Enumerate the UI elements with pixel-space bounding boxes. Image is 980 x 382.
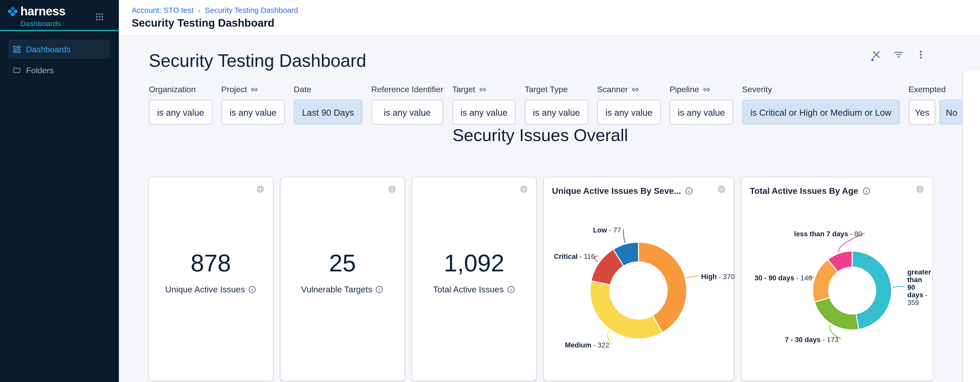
link-icon — [632, 86, 640, 93]
exempted-options: YesNo — [908, 100, 964, 125]
breadcrumb: Account: STO test›Security Testing Dashb… — [132, 6, 980, 14]
slice-label-greater-than-90-days-line2: 90 — [907, 284, 915, 292]
breadcrumb-link-1[interactable]: Security Testing Dashboard — [205, 6, 298, 14]
slice-label-low: Low - 77 — [593, 226, 621, 234]
filter-project: Projectis any value — [221, 84, 285, 124]
slice-label-7-30-days: 7 - 30 days - 173 — [785, 336, 838, 344]
brand-name: harness — [20, 5, 65, 17]
cards-row: 878Unique Active Issues25Vulnerable Targ… — [149, 178, 980, 381]
filter-exempted: ExemptedYesNo — [908, 84, 964, 124]
main-column: Account: STO test›Security Testing Dashb… — [119, 0, 980, 382]
info-icon[interactable] — [685, 187, 693, 195]
slice-label-high: High - 370 — [701, 273, 735, 281]
harness-logo-icon — [7, 5, 18, 17]
globe-icon — [388, 184, 396, 193]
filter-target: Targetis any value — [452, 84, 515, 124]
donut-chart: greaterthan90days -3597 - 30 days - 1733… — [741, 178, 932, 381]
kpi-value: 1,092 — [412, 250, 536, 276]
app-root: harness Dashboards DashboardsFolders Acc… — [0, 0, 980, 382]
slice-label-medium: Medium - 322 — [565, 341, 609, 349]
donut-chart: High - 370Medium - 322Critical - 116Low … — [544, 178, 734, 381]
donut-slice-7-30-days[interactable] — [815, 298, 859, 330]
donut-card-total-active-issues-by-age: Total Active Issues By Agegreaterthan90d… — [741, 178, 932, 381]
info-icon[interactable] — [248, 285, 256, 294]
filter-label-severity: Severity — [742, 84, 900, 94]
filter-value-pipeline[interactable]: is any value — [670, 100, 733, 125]
scrollbar-gutter[interactable] — [962, 71, 980, 382]
kpi-value: 878 — [149, 250, 273, 276]
filter-label-text: Pipeline — [670, 84, 699, 94]
slice-label-greater-than-90-days-line3: days - — [907, 291, 928, 299]
filter-label-target-type: Target Type — [525, 84, 588, 94]
kpi-value: 25 — [280, 250, 404, 276]
filter-label-exempted: Exempted — [908, 84, 964, 94]
filter-value-project[interactable]: is any value — [221, 100, 285, 125]
label-leader-line — [595, 256, 598, 262]
filter-label-project: Project — [221, 84, 285, 94]
filter-icon[interactable] — [894, 50, 903, 59]
section-title: Security Issues Overall — [149, 126, 932, 145]
filter-label-text: Severity — [742, 84, 772, 94]
sidebar-header: harness Dashboards — [0, 0, 119, 31]
filter-target-type: Target Typeis any value — [525, 84, 588, 124]
slice-label-30-90-days: 30 - 90 days - 146 — [755, 274, 812, 282]
folder-icon — [13, 66, 21, 74]
filter-label-text: Organization — [149, 84, 196, 94]
filter-label-text: Project — [221, 84, 247, 94]
filter-value-target-type[interactable]: is any value — [525, 100, 588, 125]
kpi-label-text: Total Active Issues — [433, 285, 504, 294]
filter-label-pipeline: Pipeline — [670, 84, 733, 94]
info-icon[interactable] — [375, 285, 384, 294]
filter-label-text: Target Type — [525, 84, 568, 94]
label-leader-line — [892, 287, 905, 287]
kpi-card-unique-active-issues: 878Unique Active Issues — [149, 178, 273, 381]
dashboards-icon — [13, 45, 21, 53]
filter-value-reference-identifier[interactable]: is any value — [371, 100, 443, 125]
breadcrumb-separator: › — [198, 6, 200, 14]
dashboard-title: Security Testing Dashboard — [149, 51, 980, 70]
kpi-label-text: Vulnerable Targets — [301, 285, 372, 294]
filter-value-organization[interactable]: is any value — [149, 100, 212, 125]
filter-severity: Severityis Critical or High or Medium or… — [742, 84, 900, 124]
filter-value-target[interactable]: is any value — [452, 100, 515, 125]
page-title: Security Testing Dashboard — [132, 17, 980, 30]
kpi-label: Unique Active Issues — [149, 285, 273, 294]
exempted-no-button[interactable]: No — [940, 100, 964, 125]
kebab-menu-icon[interactable] — [916, 50, 926, 59]
breadcrumb-link-0[interactable]: Account: STO test — [132, 6, 193, 14]
filter-date: DateLast 90 Days — [294, 84, 362, 124]
exempted-yes-button[interactable]: Yes — [908, 100, 936, 125]
filter-row: Organizationis any valueProjectis any va… — [149, 84, 980, 124]
sidebar-item-label: Folders — [26, 65, 54, 75]
filter-value-date[interactable]: Last 90 Days — [294, 100, 362, 125]
app-switcher-icon[interactable] — [95, 12, 103, 20]
slice-label-greater-than-90-days-line0: greater — [907, 268, 931, 276]
donut-slice-greater-than-90-days[interactable] — [852, 251, 892, 330]
info-icon[interactable] — [862, 187, 870, 195]
slice-label-less-than-7-days: less than 7 days - 80 — [794, 230, 862, 238]
close-icon[interactable] — [872, 50, 881, 59]
chart-title-row: Total Active Issues By Age — [750, 186, 908, 196]
sidebar-item-dashboards[interactable]: Dashboards — [8, 40, 109, 59]
filter-label-reference-identifier: Reference Identifier — [371, 84, 443, 94]
label-leader-line — [686, 276, 699, 278]
slice-label-critical: Critical - 116 — [554, 252, 595, 260]
info-icon[interactable] — [507, 285, 515, 294]
kpi-card-total-active-issues: 1,092Total Active Issues — [412, 178, 536, 381]
dashboard-actions — [872, 50, 926, 59]
filter-label-text: Scanner — [597, 84, 628, 94]
donut-slice-medium[interactable] — [590, 281, 662, 339]
dashboard-content: Security Testing Dashboard Organizationi… — [119, 36, 980, 382]
globe-icon — [256, 184, 265, 193]
top-header: Account: STO test›Security Testing Dashb… — [119, 0, 980, 36]
filter-label-organization: Organization — [149, 84, 212, 94]
kpi-card-vulnerable-targets: 25Vulnerable Targets — [280, 178, 404, 381]
label-leader-line — [624, 230, 625, 243]
filter-value-severity[interactable]: is Critical or High or Medium or Low — [742, 100, 900, 125]
cursor-dot — [871, 59, 874, 61]
chart-title: Unique Active Issues By Seve... — [552, 186, 681, 196]
filter-value-scanner[interactable]: is any value — [597, 100, 660, 125]
kpi-label: Total Active Issues — [412, 285, 536, 294]
link-icon — [251, 86, 258, 93]
sidebar-item-folders[interactable]: Folders — [8, 60, 109, 80]
